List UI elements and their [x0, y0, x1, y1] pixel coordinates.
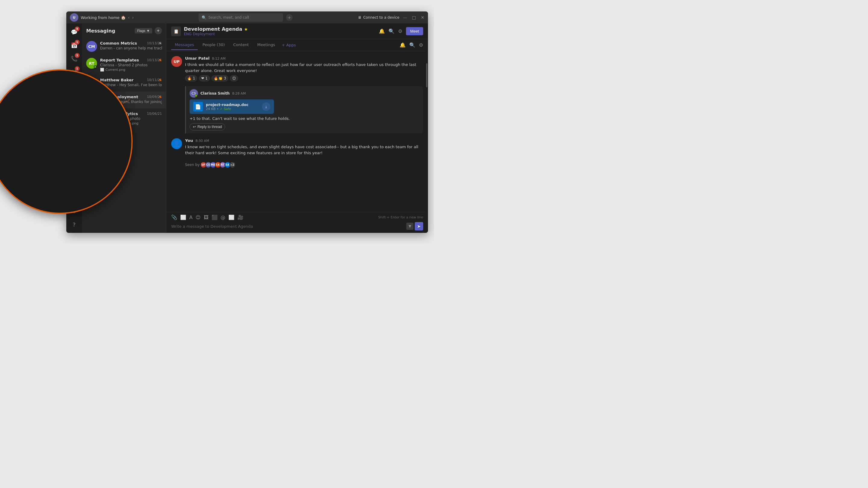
composer: 📎 ⬜ A 😊 🖼 ⬛ @ ⬜ 🎥 Shift + Enter for a ne…: [166, 212, 428, 233]
add-call-button[interactable]: +: [286, 14, 293, 21]
message-text-you: I know we're on tight schedules, and eve…: [185, 144, 423, 156]
tab-messages[interactable]: Messages: [171, 40, 198, 50]
channel-thumbnail: 📋: [171, 27, 181, 36]
channel-header: Messaging Flags ▼ +: [82, 24, 166, 38]
message-author: Umar Patel: [185, 56, 210, 61]
connect-device-button[interactable]: 🖥 Connect to a device: [358, 15, 399, 20]
scrollbar-thumb[interactable]: [426, 63, 427, 87]
composer-send-group: ▼ ➤: [406, 222, 423, 230]
reaction-smile[interactable]: 😊: [230, 75, 238, 82]
settings-chat-icon[interactable]: ⚙: [398, 28, 402, 34]
add-channel-button[interactable]: +: [155, 27, 162, 34]
chat-header-title-group: Development Agenda ★ ENG Deployment: [184, 26, 376, 36]
send-button[interactable]: ➤: [415, 222, 423, 230]
message-avatar-you: 👤: [171, 138, 182, 149]
reply-icon: ↩: [193, 125, 196, 129]
loop-icon[interactable]: ⬜: [228, 215, 235, 220]
composer-input-row: Write a message to Development Agenda ▼ …: [171, 222, 423, 230]
back-icon[interactable]: ‹: [128, 15, 130, 20]
message-time: 8:12 AM: [212, 57, 225, 61]
file-attachment: 📄 project-roadmap.doc 24 KB • ✓ Safe ↓: [190, 99, 274, 114]
format-icon[interactable]: ⬜: [180, 215, 186, 220]
sidebar-item-calendar[interactable]: 📅 1: [68, 39, 80, 51]
emoji-icon[interactable]: 😊: [195, 215, 201, 220]
channel-header-actions: Flags ▼ +: [135, 27, 162, 34]
search-chat-icon[interactable]: 🔍: [389, 28, 395, 34]
channel-item-common-metrics[interactable]: CM Common Metrics 10/13/21 Darren - can …: [82, 38, 166, 55]
channel-name: Report Templates: [100, 58, 139, 62]
tab-meetings[interactable]: Meetings: [253, 40, 278, 50]
message-time-you: 8:30 AM: [195, 139, 209, 143]
gear-icon[interactable]: ⚙: [419, 42, 423, 48]
channel-info: Report Templates 10/13/21 Clarissa - Sha…: [100, 58, 162, 72]
mention-icon[interactable]: @: [221, 215, 225, 220]
message-text: I think we should all take a moment to r…: [185, 62, 423, 73]
chat-tabs: Messages People (30) Content Meetings + …: [166, 39, 428, 51]
presence-online-indicator: [195, 94, 197, 97]
scrollbar-track: [426, 39, 428, 213]
title-bar-center: 🔍 Search, meet, and call +: [134, 13, 358, 22]
file-name: project-roadmap.doc: [206, 103, 259, 107]
tab-add-apps[interactable]: + Apps: [280, 40, 298, 50]
channel-avatar-wrapper: RT: [86, 58, 97, 69]
message-content-umar: Umar Patel 8:12 AM I think we should all…: [185, 56, 423, 82]
file-meta: 24 KB • ✓ Safe: [206, 107, 259, 111]
flag-active-icon: ⚑: [158, 78, 162, 83]
text-format-icon[interactable]: A: [189, 215, 193, 220]
minimize-button[interactable]: —: [403, 15, 407, 20]
chat-badge: 5: [75, 27, 80, 31]
flags-button[interactable]: Flags ▼: [135, 28, 152, 33]
tab-header-icons: 🔔 🔍 ⚙: [400, 42, 423, 48]
title-bar: U Working from home 🏠 ‹ › 🔍 Search, meet…: [66, 11, 428, 24]
search-icon[interactable]: 🔍: [409, 42, 415, 48]
tab-content[interactable]: Content: [230, 40, 253, 50]
title-bar-left: U Working from home 🏠 ‹ ›: [70, 13, 134, 22]
sidebar-item-help[interactable]: ?: [68, 218, 80, 230]
channel-date: 10/06/21: [147, 112, 162, 116]
channel-avatar: CM: [86, 41, 97, 52]
flag-active-icon: ⚑: [158, 59, 162, 63]
chat-panel: 📋 Development Agenda ★ ENG Deployment 🔔 …: [166, 24, 428, 233]
message-header: You 8:30 AM: [185, 138, 423, 143]
zoom-partial-name: e Analytics: [0, 77, 20, 83]
help-icon: ?: [73, 221, 76, 228]
message-avatar-umar: UP: [171, 56, 182, 67]
title-bar-right: 🖥 Connect to a device — □ ✕: [358, 15, 424, 20]
channel-name-row: Report Templates 10/13/21: [100, 58, 162, 62]
reaction-fire-clap[interactable]: 🔥👏 3: [212, 75, 228, 82]
search-bar[interactable]: 🔍 Search, meet, and call: [198, 13, 283, 22]
message-umar: UP Umar Patel 8:12 AM I think we should …: [171, 56, 423, 82]
file-info: project-roadmap.doc 24 KB • ✓ Safe: [206, 103, 259, 111]
chat-subtitle: ENG Deployment: [184, 32, 376, 36]
video-icon[interactable]: 🎥: [238, 215, 244, 220]
shift-enter-hint: Shift + Enter for a new line: [378, 216, 423, 219]
reaction-fire[interactable]: 🔥 1: [185, 75, 197, 82]
seen-avatars: UP CS MB EA RT SA +2: [202, 162, 236, 168]
sidebar-item-chat[interactable]: 💬 5: [68, 26, 80, 38]
tab-people[interactable]: People (30): [199, 40, 228, 50]
monitor-icon: 🖥: [358, 15, 361, 20]
chat-title-row: Development Agenda ★: [184, 26, 376, 32]
reaction-heart[interactable]: ❤️ 1: [199, 75, 210, 82]
zoom-circle-inner: anyone help our latest KPI metrics? I'm.…: [0, 69, 133, 89]
download-button[interactable]: ↓: [262, 102, 270, 111]
attach-icon[interactable]: 📎: [171, 215, 177, 220]
notification-icon[interactable]: 🔔: [379, 28, 385, 34]
reply-to-thread-button[interactable]: ↩ Reply to thread: [190, 123, 225, 130]
reply-message-header: CS Clarissa Smith 8:28 AM: [190, 89, 420, 98]
seen-avatar-more: +2: [229, 162, 236, 168]
composer-input[interactable]: Write a message to Development Agenda: [171, 223, 404, 230]
maximize-button[interactable]: □: [412, 15, 416, 20]
star-icon: ★: [244, 27, 248, 32]
close-button[interactable]: ✕: [421, 15, 424, 20]
bell-icon[interactable]: 🔔: [400, 42, 406, 48]
expand-button[interactable]: ▼: [406, 223, 413, 230]
meet-button[interactable]: Meet: [406, 27, 423, 35]
sticker-icon[interactable]: ⬛: [212, 215, 218, 220]
flags-label: Flags: [137, 29, 145, 33]
reply-time: 8:28 AM: [232, 92, 246, 96]
sidebar-item-calls[interactable]: 📞 1: [68, 53, 80, 64]
nav-arrows[interactable]: ‹ ›: [128, 15, 134, 20]
image-icon[interactable]: 🖼: [204, 215, 209, 220]
calendar-badge: 1: [75, 40, 80, 44]
